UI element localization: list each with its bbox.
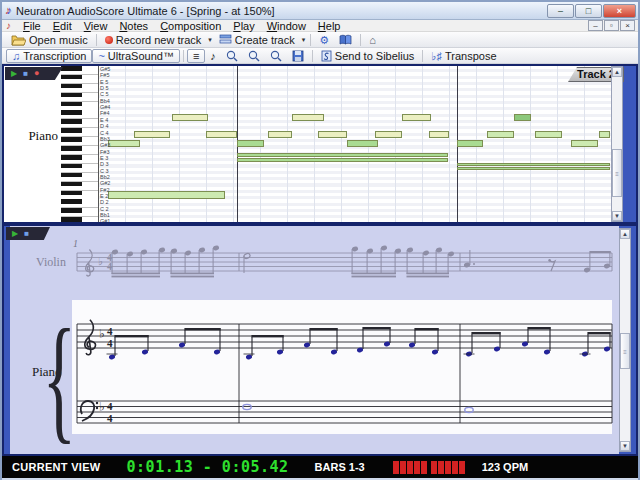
piano-roll-note[interactable]	[535, 131, 562, 138]
mdi-close-button[interactable]: ×	[620, 20, 635, 31]
scroll-down-icon[interactable]: ▼	[620, 441, 630, 451]
piano-roll-gutter: Piano	[4, 66, 61, 222]
zoom-out-button[interactable]	[221, 49, 243, 63]
options-gear-button[interactable]: ⚙	[314, 33, 334, 47]
create-track-icon	[219, 34, 232, 45]
minimize-button[interactable]: –	[547, 4, 574, 18]
scrollbar-thumb[interactable]: ≡	[620, 333, 630, 369]
sibelius-icon	[321, 50, 332, 62]
piano-roll-note[interactable]	[457, 140, 483, 147]
piano-roll-note[interactable]	[292, 114, 324, 121]
menu-item-notes[interactable]: Notes	[113, 20, 154, 32]
toolbar-separator	[360, 34, 361, 46]
menu-item-view[interactable]: View	[78, 20, 114, 32]
piano-roll-note[interactable]	[237, 140, 264, 147]
menu-item-file[interactable]: File	[17, 20, 47, 32]
meter-segment	[459, 461, 465, 474]
magnifier-icon	[226, 50, 238, 62]
magnifier-icon	[248, 50, 260, 62]
send-to-sibelius-button[interactable]: Send to Sibelius	[316, 49, 420, 63]
piano-roll-note[interactable]	[172, 114, 208, 121]
piano-roll-grid[interactable]	[99, 66, 611, 222]
maximize-button[interactable]: □	[575, 4, 602, 18]
create-track-dropdown-arrow[interactable]: ▾	[300, 36, 308, 44]
play-icon[interactable]: ▶	[12, 227, 18, 240]
piano-roll-note[interactable]	[571, 140, 598, 147]
scroll-up-icon[interactable]: ▲	[620, 229, 630, 239]
toolbar-separator	[96, 34, 97, 46]
piano-roll-note[interactable]	[268, 131, 292, 138]
piano-keyboard[interactable]	[61, 66, 99, 222]
close-button[interactable]: ×	[603, 4, 636, 18]
stop-icon[interactable]: ■	[24, 227, 29, 240]
svg-text:4: 4	[107, 400, 113, 412]
piano-roll-note[interactable]	[206, 131, 237, 138]
svg-text:♭: ♭	[99, 400, 105, 414]
title-bar[interactable]: ♪♪ Neuratron AudioScore Ultimate 6 - [Sp…	[2, 2, 638, 20]
menu-item-edit[interactable]: Edit	[47, 20, 78, 32]
svg-text:{: {	[42, 300, 76, 454]
menu-item-help[interactable]: Help	[312, 20, 347, 32]
create-track-button[interactable]: Create track	[214, 33, 300, 47]
piano-roll-note[interactable]	[347, 140, 378, 147]
home-button[interactable]: ⌂	[364, 33, 381, 47]
open-music-button[interactable]: Open music	[6, 33, 93, 47]
wave-icon: ~	[98, 50, 104, 62]
zoom-in-button[interactable]	[265, 49, 287, 63]
piano-roll-note[interactable]	[237, 153, 448, 157]
open-folder-icon	[11, 34, 26, 46]
record-icon[interactable]: ●	[34, 67, 39, 80]
piano-roll-note[interactable]	[108, 191, 225, 199]
record-new-track-button[interactable]: Record new track	[100, 33, 207, 47]
zoom-reset-button[interactable]	[243, 49, 265, 63]
piano-roll-note[interactable]	[318, 131, 347, 138]
piano-roll-note[interactable]	[375, 131, 402, 138]
meter-segment	[393, 461, 399, 474]
play-icon[interactable]: ▶	[11, 67, 17, 80]
status-bar: CURRENT VIEW 0:01.13 - 0:05.42 BARS 1-3 …	[2, 456, 638, 478]
help-book-button[interactable]	[334, 33, 357, 47]
menu-bar: ♪ FileEditViewNotesCompositionPlayWindow…	[2, 20, 638, 32]
document-icon: ♪	[6, 20, 11, 31]
piano-roll-note[interactable]	[237, 158, 448, 162]
save-button[interactable]	[287, 49, 309, 63]
svg-text:♭: ♭	[98, 255, 103, 267]
piano-roll-note[interactable]	[599, 131, 610, 138]
piano-roll-note[interactable]	[457, 167, 610, 170]
piano-roll-note[interactable]	[457, 163, 610, 166]
violin-system[interactable]: 1Violin♭44	[36, 238, 612, 277]
piano-roll-note[interactable]	[402, 114, 431, 121]
record-icon	[105, 36, 113, 44]
menu-item-window[interactable]: Window	[261, 20, 312, 32]
transpose-button[interactable]: ♭♯ Transpose	[426, 49, 501, 63]
svg-text:4: 4	[107, 261, 112, 272]
piano-roll-note[interactable]	[514, 114, 531, 121]
scroll-down-icon[interactable]: ▼	[612, 211, 622, 221]
record-dropdown-arrow[interactable]: ▾	[206, 36, 214, 44]
transcription-button[interactable]: ♫ Transcription	[6, 49, 92, 63]
workspace: Piano ▶ ■ ● G#5F#5E 5D 5C 5Bb4G#4F#4E 4D…	[2, 64, 638, 456]
piano-roll-instrument-label: Piano	[4, 128, 58, 144]
notation-toggle-button[interactable]: ♪	[205, 49, 221, 63]
mdi-restore-button[interactable]: ▫	[604, 20, 619, 31]
piano-roll-note[interactable]	[429, 131, 449, 138]
menu-item-play[interactable]: Play	[227, 20, 260, 32]
stop-icon[interactable]: ■	[23, 67, 28, 80]
svg-text:♭: ♭	[99, 327, 105, 341]
mdi-minimize-button[interactable]: –	[588, 20, 603, 31]
score-canvas: 1Violin♭44Piano{♭♭4444	[10, 226, 619, 454]
level-meter	[393, 461, 466, 474]
magnifier-icon	[270, 50, 282, 62]
score-area[interactable]: 1Violin♭44Piano{♭♭4444	[10, 226, 619, 454]
ultrasound-button[interactable]: ~ UltraSound™	[92, 49, 179, 63]
scroll-up-icon[interactable]: ▲	[612, 67, 622, 77]
piano-roll-note[interactable]	[134, 131, 170, 138]
toolbar-separator	[312, 50, 313, 62]
staff-options-button[interactable]: ≡	[187, 49, 205, 63]
scrollbar-thumb[interactable]: ≡	[612, 149, 622, 197]
piano-roll-note-labels: G#5F#5E 5D 5C 5Bb4G#4F#4E 4D 4C 4Bb3G#3F…	[99, 66, 113, 222]
piano-roll-note[interactable]	[487, 131, 514, 138]
menu-item-composition[interactable]: Composition	[154, 20, 227, 32]
score-scrollbar[interactable]: ▲ ≡ ▼	[619, 228, 631, 452]
piano-roll-scrollbar[interactable]: ▲ ≡ ▼	[611, 66, 623, 222]
